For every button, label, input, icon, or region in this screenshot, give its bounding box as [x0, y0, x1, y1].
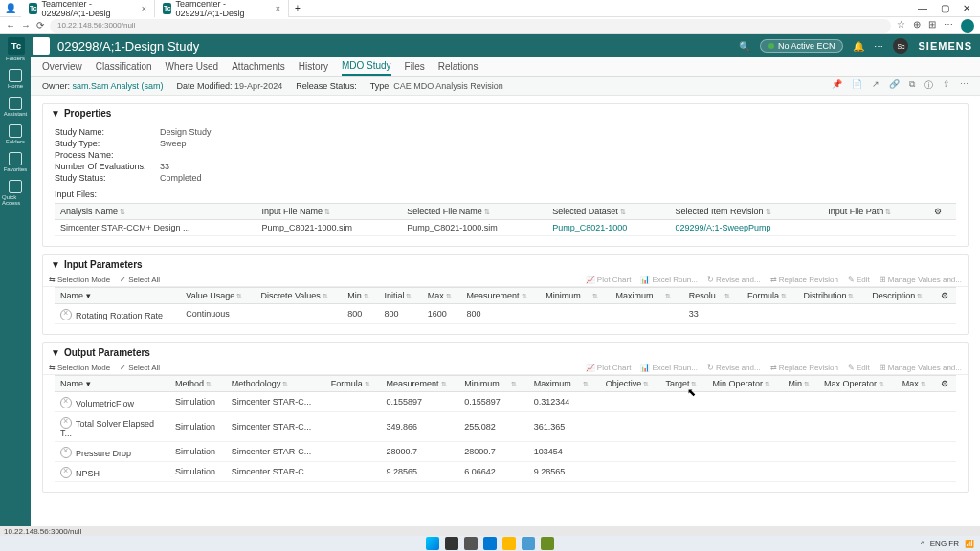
tab-relations[interactable]: Relations	[438, 58, 479, 75]
col-minimum[interactable]: Minimum ...⇅	[458, 376, 527, 392]
copy-icon[interactable]: 📄	[852, 79, 862, 92]
col-name[interactable]: Name ▾	[55, 288, 180, 304]
col-minimum[interactable]: Minimum ...⇅	[540, 288, 610, 304]
tab-history[interactable]: History	[299, 58, 328, 75]
tc-logo[interactable]: Tc	[8, 37, 25, 55]
table-row[interactable]: VolumetricFlow SimulationSimcenter STAR-…	[55, 392, 956, 412]
menu-icon[interactable]: ⋯	[944, 19, 953, 33]
user-avatar[interactable]: Sc	[893, 38, 908, 54]
col-formula[interactable]: Formula⇅	[742, 288, 797, 304]
tray-chevron-icon[interactable]: ^	[921, 540, 924, 548]
remove-icon[interactable]	[60, 467, 72, 478]
manage-values-btn[interactable]: ⊞ Manage Values and...	[880, 276, 962, 284]
table-row[interactable]: Total Solver Elapsed T... SimulationSimc…	[55, 412, 956, 442]
close-icon[interactable]: ×	[276, 4, 280, 13]
minimize-button[interactable]: —	[918, 3, 927, 13]
edit-btn[interactable]: ✎ Edit	[848, 276, 870, 284]
tab-mdo-study[interactable]: MDO Study	[342, 57, 391, 76]
taskbar-app2[interactable]	[541, 537, 554, 550]
tab-overview[interactable]: Overview	[42, 58, 82, 75]
taskbar-explorer[interactable]	[502, 537, 516, 550]
more-icon[interactable]: ⋯	[960, 79, 969, 92]
taskbar-search[interactable]	[445, 537, 458, 550]
col-target[interactable]: Target⇅	[659, 376, 706, 392]
rail-home[interactable]: Home	[2, 66, 29, 92]
plot-chart-btn[interactable]: 📈 Plot Chart	[586, 364, 632, 372]
col-value-usage[interactable]: Value Usage⇅	[180, 288, 255, 304]
plot-chart-btn[interactable]: 📈 Plot Chart	[586, 276, 632, 284]
star-icon[interactable]: ☆	[897, 19, 905, 33]
remove-icon[interactable]	[60, 397, 72, 408]
rail-favorites[interactable]: Favorites	[2, 149, 29, 175]
table-row[interactable]: Simcenter STAR-CCM+ Design ... Pump_C802…	[55, 220, 956, 236]
owner-link[interactable]: sam.Sam Analyst (sam)	[73, 81, 164, 91]
col-objective[interactable]: Objective⇅	[600, 376, 660, 392]
ecn-badge[interactable]: No Active ECN	[760, 39, 844, 53]
bell-icon[interactable]: 🔔	[853, 41, 864, 52]
profile-icon[interactable]	[961, 19, 974, 33]
table-row[interactable]: Rotating Rotation Rate Continuous 800 80…	[55, 304, 956, 324]
col-resolution[interactable]: Resolu...⇅	[683, 288, 742, 304]
rail-folders2[interactable]: Folders	[2, 121, 29, 147]
remove-icon[interactable]	[60, 417, 72, 429]
pin-icon[interactable]: ⊕	[913, 19, 921, 33]
replace-revision-btn[interactable]: ⇄ Replace Revision	[770, 364, 838, 372]
manage-values-btn[interactable]: ⊞ Manage Values and...	[880, 364, 962, 372]
close-icon[interactable]: ×	[142, 4, 146, 13]
start-button[interactable]	[426, 537, 439, 550]
taskbar-edge[interactable]	[483, 537, 497, 550]
table-row[interactable]: Pressure Drop SimulationSimcenter STAR-C…	[55, 442, 956, 462]
remove-icon[interactable]	[60, 447, 72, 458]
search-icon[interactable]: 🔍	[739, 41, 750, 52]
col-min-operator[interactable]: Min Operator⇅	[707, 376, 783, 392]
col-initial[interactable]: Initial⇅	[378, 288, 421, 304]
select-all-btn[interactable]: ✓ Select All	[120, 364, 160, 372]
tab-attachments[interactable]: Attachments	[232, 58, 285, 75]
col-maximum[interactable]: Maximum ...⇅	[611, 288, 683, 304]
tab-files[interactable]: Files	[405, 58, 425, 75]
taskbar-taskview[interactable]	[464, 537, 478, 550]
col-method[interactable]: Method⇅	[169, 376, 226, 392]
table-settings-icon[interactable]: ⚙	[935, 376, 956, 392]
dataset-link[interactable]: Pump_C8021-1000	[546, 220, 669, 236]
selection-mode-btn[interactable]: ⇆ Selection Mode	[49, 364, 110, 372]
extensions-icon[interactable]: ⊞	[928, 19, 936, 33]
revise-btn[interactable]: ↻ Revise and...	[707, 276, 761, 284]
link-icon[interactable]: 🔗	[889, 79, 900, 92]
tab-where-used[interactable]: Where Used	[166, 58, 219, 75]
col-measurement[interactable]: Measurement⇅	[460, 288, 540, 304]
col-max-operator[interactable]: Max Operator⇅	[818, 376, 897, 392]
table-row[interactable]: NPSH SimulationSimcenter STAR-C... 9.285…	[55, 462, 956, 482]
selection-mode-btn[interactable]: ⇆ Selection Mode	[49, 276, 110, 284]
content-scroll[interactable]: ▼ Properties Study Name:Design Study Stu…	[31, 96, 980, 526]
share-icon[interactable]: ⇪	[943, 79, 950, 92]
rail-quick-access[interactable]: Quick Access	[2, 177, 29, 209]
tray-lang[interactable]: ENG FR	[930, 540, 959, 548]
col-measurement[interactable]: Measurement⇅	[380, 376, 458, 392]
taskbar-app[interactable]	[522, 537, 535, 550]
col-min[interactable]: Min⇅	[342, 288, 378, 304]
col-selected-item-revision[interactable]: Selected Item Revision⇅	[670, 204, 823, 220]
col-methodology[interactable]: Methodology⇅	[226, 376, 325, 392]
tray-wifi-icon[interactable]: 📶	[965, 540, 974, 548]
col-min[interactable]: Min⇅	[783, 376, 819, 392]
new-window-icon[interactable]: ⧉	[909, 79, 915, 92]
col-input-file-path[interactable]: Input File Path⇅	[822, 204, 928, 220]
reload-button[interactable]: ⟳	[36, 20, 44, 31]
tab-classification[interactable]: Classification	[96, 58, 152, 75]
edit-btn[interactable]: ✎ Edit	[848, 364, 870, 372]
revision-link[interactable]: 029299/A;1-SweepPump	[670, 220, 823, 236]
rail-assistant[interactable]: Assistant	[2, 94, 29, 120]
col-distribution[interactable]: Distribution⇅	[797, 288, 866, 304]
col-selected-dataset[interactable]: Selected Dataset⇅	[546, 204, 669, 220]
excel-round-btn[interactable]: 📊 Excel Roun...	[640, 276, 698, 284]
col-analysis-name[interactable]: Analysis Name⇅	[55, 204, 256, 220]
replace-revision-btn[interactable]: ⇄ Replace Revision	[770, 276, 838, 284]
output-parameters-header[interactable]: ▼ Output Parameters	[43, 343, 968, 362]
table-settings-icon[interactable]: ⚙	[935, 288, 956, 304]
forward-button[interactable]: →	[21, 20, 31, 31]
col-maximum[interactable]: Maximum ...⇅	[528, 376, 600, 392]
open-icon[interactable]: ↗	[872, 79, 880, 92]
col-max[interactable]: Max⇅	[897, 376, 935, 392]
excel-round-btn[interactable]: 📊 Excel Roun...	[640, 364, 698, 372]
